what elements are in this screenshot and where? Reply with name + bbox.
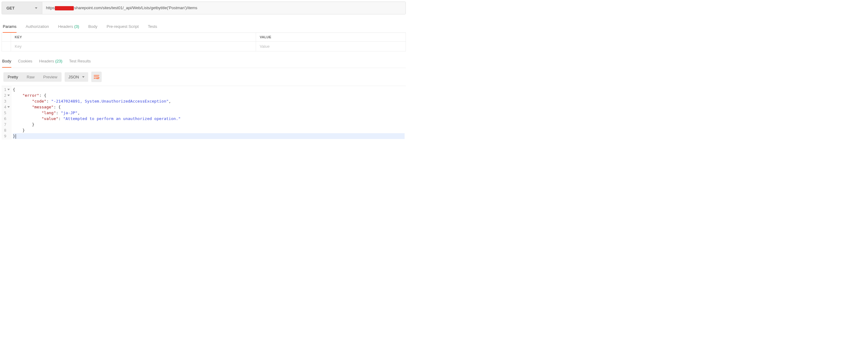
fold-icon[interactable] xyxy=(7,95,10,96)
response-body-editor[interactable]: 123456789 { "error": { "code": "-2147024… xyxy=(2,86,406,140)
line-number: 5 xyxy=(4,110,11,116)
table-drag-column xyxy=(2,33,11,41)
wrap-lines-button[interactable] xyxy=(91,72,102,82)
table-header-key: KEY xyxy=(11,33,256,41)
view-pretty-button[interactable]: Pretty xyxy=(3,72,22,82)
tab-headers[interactable]: Headers (3) xyxy=(58,21,79,32)
http-method-value: GET xyxy=(6,6,15,10)
response-toolbar: Pretty Raw Preview JSON xyxy=(2,68,406,86)
tab-tests[interactable]: Tests xyxy=(148,21,157,32)
code-line: { xyxy=(13,87,405,92)
line-number: 7 xyxy=(4,122,11,127)
line-number: 1 xyxy=(4,87,11,92)
line-number: 4 xyxy=(4,104,11,110)
tab-body[interactable]: Body xyxy=(88,21,97,32)
tab-authorization[interactable]: Authorization xyxy=(26,21,49,32)
table-row xyxy=(2,42,405,51)
rtab-cookies[interactable]: Cookies xyxy=(18,58,32,65)
rtab-headers[interactable]: Headers (23) xyxy=(39,58,62,65)
view-raw-button[interactable]: Raw xyxy=(22,72,39,82)
param-key-input[interactable] xyxy=(15,44,252,49)
view-preview-button[interactable]: Preview xyxy=(39,72,62,82)
line-number: 8 xyxy=(4,127,11,133)
code-line: "code": "-2147024891, System.Unauthorize… xyxy=(13,98,405,104)
line-number: 9 xyxy=(4,133,11,139)
rtab-body[interactable]: Body xyxy=(2,58,11,65)
param-value-input[interactable] xyxy=(260,44,402,49)
line-number: 6 xyxy=(4,116,11,122)
view-mode-group: Pretty Raw Preview xyxy=(3,72,62,82)
request-bar: GET httpssharepoint.com/sites/test01/_ap… xyxy=(2,2,406,14)
line-number: 2 xyxy=(4,92,11,98)
code-line: } xyxy=(13,127,405,133)
table-header-value: VALUE xyxy=(256,33,405,41)
code-line: "error": { xyxy=(13,92,405,98)
chevron-down-icon xyxy=(82,76,85,78)
code-line: } xyxy=(13,133,405,139)
wrap-icon xyxy=(94,75,99,79)
tab-prerequest[interactable]: Pre-request Script xyxy=(106,21,139,32)
request-tabs: Params Authorization Headers (3) Body Pr… xyxy=(2,21,406,33)
params-table: KEY VALUE xyxy=(2,33,406,52)
fold-icon[interactable] xyxy=(7,106,10,108)
url-input[interactable]: httpssharepoint.com/sites/test01/_api/We… xyxy=(42,2,405,14)
response-tabs: Body Cookies Headers (23) Test Results xyxy=(2,58,406,68)
code-line: "lang": "ja-JP", xyxy=(13,110,405,116)
tab-params[interactable]: Params xyxy=(3,21,17,32)
code-line: "value": "Attempted to perform an unauth… xyxy=(13,116,405,122)
url-text: httpssharepoint.com/sites/test01/_api/We… xyxy=(46,5,197,10)
fold-icon[interactable] xyxy=(7,89,10,90)
rtab-test-results[interactable]: Test Results xyxy=(69,58,91,65)
code-line: "message": { xyxy=(13,104,405,110)
http-method-select[interactable]: GET xyxy=(2,2,42,14)
code-line: } xyxy=(13,122,405,127)
line-number: 3 xyxy=(4,98,11,104)
redacted-segment xyxy=(55,6,74,10)
format-select[interactable]: JSON xyxy=(65,72,88,82)
chevron-down-icon xyxy=(35,7,37,9)
